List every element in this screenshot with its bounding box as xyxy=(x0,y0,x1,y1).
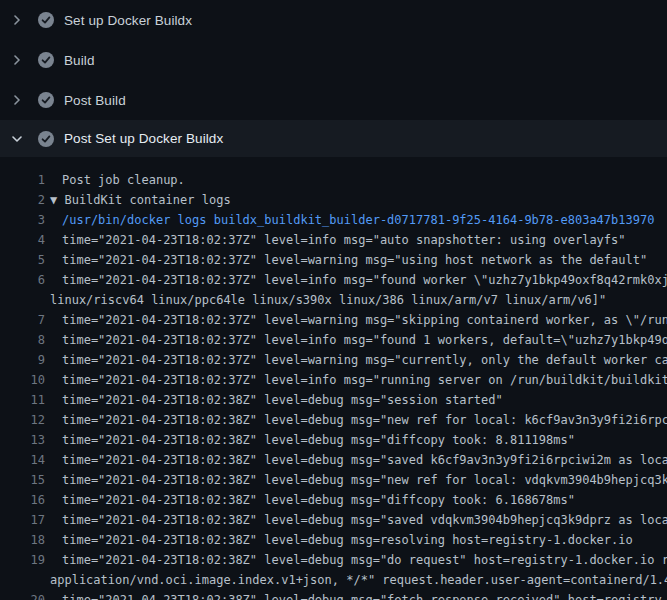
log-line-number[interactable]: 7 xyxy=(0,310,45,330)
check-circle-icon xyxy=(38,131,54,147)
log-line-text: time="2021-04-23T18:02:37Z" level=warnin… xyxy=(45,350,667,370)
log-line: 16time="2021-04-23T18:02:38Z" level=debu… xyxy=(0,490,667,510)
log-line: 11time="2021-04-23T18:02:38Z" level=debu… xyxy=(0,390,667,410)
log-line-text: time="2021-04-23T18:02:37Z" level=warnin… xyxy=(45,250,647,270)
step-label: Build xyxy=(64,53,95,68)
log-line: application/vnd.oci.image.index.v1+json,… xyxy=(0,570,667,590)
log-line: 1Post job cleanup. xyxy=(0,170,667,190)
step-label: Post Build xyxy=(64,93,126,108)
chevron-down-icon[interactable] xyxy=(12,134,22,144)
log-line: 20time="2021-04-23T18:02:38Z" level=debu… xyxy=(0,590,667,600)
log-line-number[interactable]: 12 xyxy=(0,410,45,430)
step-header-set-up-docker-buildx[interactable]: Set up Docker Buildx xyxy=(0,0,667,40)
log-line-text: /usr/bin/docker logs buildx_buildkit_bui… xyxy=(45,210,654,230)
log-line: 5time="2021-04-23T18:02:37Z" level=warni… xyxy=(0,250,667,270)
log-line: 18time="2021-04-23T18:02:38Z" level=debu… xyxy=(0,530,667,550)
log-line-number[interactable]: 2 xyxy=(0,190,45,210)
chevron-right-icon[interactable] xyxy=(12,95,22,105)
log-line: 17time="2021-04-23T18:02:38Z" level=debu… xyxy=(0,510,667,530)
log-line: 6time="2021-04-23T18:02:37Z" level=info … xyxy=(0,270,667,290)
log-line: 10time="2021-04-23T18:02:37Z" level=info… xyxy=(0,370,667,390)
log-line-number[interactable]: 16 xyxy=(0,490,45,510)
log-output: 1Post job cleanup.2▼ BuildKit container … xyxy=(0,157,667,600)
step-header-build[interactable]: Build xyxy=(0,40,667,80)
log-line-text: linux/riscv64 linux/ppc64le linux/s390x … xyxy=(0,290,606,310)
log-line-text: application/vnd.oci.image.index.v1+json,… xyxy=(0,570,667,590)
log-line-text: time="2021-04-23T18:02:38Z" level=debug … xyxy=(45,410,667,430)
actions-log-viewer: Set up Docker Buildx Build Post Build Po… xyxy=(0,0,667,600)
log-line: 19time="2021-04-23T18:02:38Z" level=debu… xyxy=(0,550,667,570)
log-line-text: time="2021-04-23T18:02:38Z" level=debug … xyxy=(45,530,633,550)
log-line: linux/riscv64 linux/ppc64le linux/s390x … xyxy=(0,290,667,310)
log-line-number[interactable]: 10 xyxy=(0,370,45,390)
log-line-number[interactable]: 8 xyxy=(0,330,45,350)
log-group-line: 2▼ BuildKit container logs xyxy=(0,190,667,210)
log-line-number[interactable]: 17 xyxy=(0,510,45,530)
log-line-text: time="2021-04-23T18:02:38Z" level=debug … xyxy=(45,510,667,530)
log-line-number[interactable]: 4 xyxy=(0,230,45,250)
log-line-number[interactable]: 15 xyxy=(0,470,45,490)
check-circle-icon xyxy=(38,52,54,68)
chevron-right-icon[interactable] xyxy=(12,55,22,65)
log-line-text: time="2021-04-23T18:02:37Z" level=info m… xyxy=(45,270,667,290)
step-header-post-set-up-docker-buildx[interactable]: Post Set up Docker Buildx xyxy=(0,120,667,157)
log-line-text: time="2021-04-23T18:02:38Z" level=debug … xyxy=(45,470,667,490)
log-line: 4time="2021-04-23T18:02:37Z" level=info … xyxy=(0,230,667,250)
log-line-text: time="2021-04-23T18:02:38Z" level=debug … xyxy=(45,390,503,410)
log-line-number[interactable]: 18 xyxy=(0,530,45,550)
log-line-text: time="2021-04-23T18:02:38Z" level=debug … xyxy=(45,430,575,450)
log-line-text: time="2021-04-23T18:02:37Z" level=info m… xyxy=(45,230,626,250)
log-line: 14time="2021-04-23T18:02:38Z" level=debu… xyxy=(0,450,667,470)
log-group-toggle[interactable]: ▼ BuildKit container logs xyxy=(45,190,231,210)
log-line-text: time="2021-04-23T18:02:37Z" level=info m… xyxy=(45,370,667,390)
log-line-text: time="2021-04-23T18:02:38Z" level=debug … xyxy=(45,450,667,470)
step-label: Set up Docker Buildx xyxy=(64,13,192,28)
log-line-text: time="2021-04-23T18:02:37Z" level=info m… xyxy=(45,330,667,350)
log-line-text: Post job cleanup. xyxy=(45,170,185,190)
log-line: 13time="2021-04-23T18:02:38Z" level=debu… xyxy=(0,430,667,450)
log-line-text: time="2021-04-23T18:02:37Z" level=warnin… xyxy=(45,310,667,330)
step-header-post-build[interactable]: Post Build xyxy=(0,80,667,120)
log-line: 3/usr/bin/docker logs buildx_buildkit_bu… xyxy=(0,210,667,230)
log-line-text: time="2021-04-23T18:02:38Z" level=debug … xyxy=(45,550,667,570)
log-line: 15time="2021-04-23T18:02:38Z" level=debu… xyxy=(0,470,667,490)
log-line-text: time="2021-04-23T18:02:38Z" level=debug … xyxy=(45,490,575,510)
check-circle-icon xyxy=(38,92,54,108)
check-circle-icon xyxy=(38,12,54,28)
log-line-number[interactable]: 11 xyxy=(0,390,45,410)
log-line-number[interactable]: 19 xyxy=(0,550,45,570)
log-line-number[interactable]: 14 xyxy=(0,450,45,470)
log-line: 9time="2021-04-23T18:02:37Z" level=warni… xyxy=(0,350,667,370)
step-label: Post Set up Docker Buildx xyxy=(64,131,223,146)
log-line-number[interactable]: 13 xyxy=(0,430,45,450)
log-line: 8time="2021-04-23T18:02:37Z" level=info … xyxy=(0,330,667,350)
log-line-number[interactable]: 5 xyxy=(0,250,45,270)
log-line-number[interactable]: 6 xyxy=(0,270,45,290)
log-line: 7time="2021-04-23T18:02:37Z" level=warni… xyxy=(0,310,667,330)
log-line-number[interactable]: 3 xyxy=(0,210,45,230)
log-line: 12time="2021-04-23T18:02:38Z" level=debu… xyxy=(0,410,667,430)
log-line-number[interactable]: 20 xyxy=(0,590,45,600)
log-line-text: time="2021-04-23T18:02:38Z" level=debug … xyxy=(45,590,667,600)
log-line-number[interactable]: 9 xyxy=(0,350,45,370)
chevron-right-icon[interactable] xyxy=(12,15,22,25)
log-line-number[interactable]: 1 xyxy=(0,170,45,190)
